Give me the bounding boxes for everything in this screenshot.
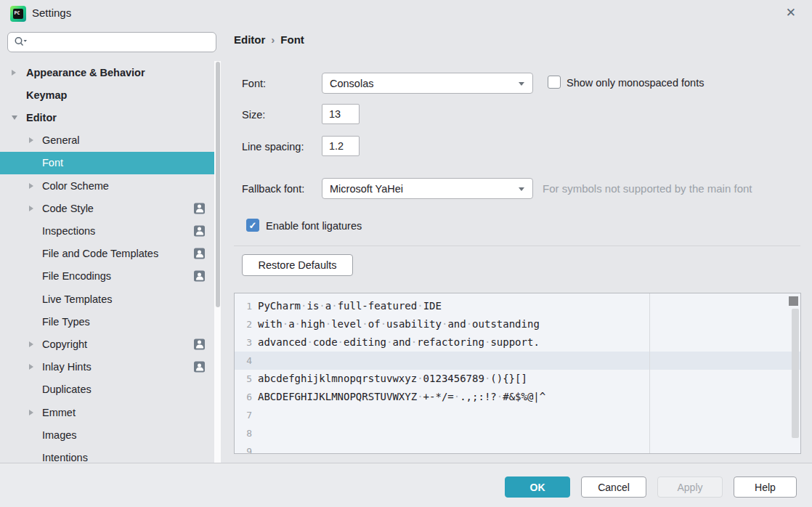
size-label: Size:: [242, 109, 265, 121]
sidebar-item-copyright[interactable]: Copyright: [0, 333, 214, 355]
chevron-down-icon[interactable]: [12, 115, 17, 120]
fallback-font-label: Fallback font:: [242, 183, 304, 195]
sidebar-item-label: Keymap: [26, 89, 67, 101]
sidebar-item-label: File Types: [42, 316, 90, 328]
font-family-value: Consolas: [330, 78, 373, 89]
cancel-button[interactable]: Cancel: [581, 476, 646, 498]
fallback-font-select[interactable]: Microsoft YaHei: [322, 178, 533, 199]
sidebar-item-label: Color Scheme: [42, 180, 109, 192]
pycharm-logo-text: PC: [13, 9, 23, 19]
breadcrumb-separator: ›: [265, 33, 280, 46]
chevron-right-icon[interactable]: [29, 341, 33, 347]
preview-line: 5abcdefghijklmnopqrstuvwxyz·0123456789·(…: [235, 370, 800, 388]
sidebar-item-file-encodings[interactable]: File Encodings: [0, 265, 214, 288]
sidebar-item-label: Editor: [26, 112, 57, 123]
person-badge-icon: [194, 225, 205, 236]
preview-line: 1PyCharm·is·a·full-featured·IDE: [235, 297, 800, 315]
preview-line-text: abcdefghijklmnopqrstuvwxyz·0123456789·()…: [258, 370, 527, 388]
sidebar-item-keymap[interactable]: Keymap: [0, 84, 214, 106]
sidebar-item-general[interactable]: General: [0, 129, 214, 152]
font-size-input[interactable]: [322, 104, 360, 124]
sidebar-item-live-templates[interactable]: Live Templates: [0, 288, 214, 310]
person-badge-icon: [194, 248, 205, 259]
sidebar-item-label: Appearance & Behavior: [26, 67, 145, 78]
font-family-select[interactable]: Consolas: [322, 73, 533, 94]
person-badge-icon: [194, 271, 205, 282]
chevron-right-icon[interactable]: [29, 410, 33, 415]
sidebar-item-font[interactable]: Font: [0, 152, 214, 174]
breadcrumb-font: Font: [280, 33, 304, 46]
sidebar-item-label: General: [42, 134, 80, 146]
sidebar-item-color-scheme[interactable]: Color Scheme: [0, 174, 214, 197]
sidebar-item-code-style[interactable]: Code Style: [0, 197, 214, 219]
sidebar-item-label: Copyright: [42, 338, 87, 350]
dialog-footer: OK Cancel Apply Help: [0, 463, 812, 507]
apply-button[interactable]: Apply: [657, 476, 723, 498]
line-number: 2: [235, 315, 252, 333]
person-badge-icon: [194, 362, 205, 373]
line-spacing-input[interactable]: [322, 136, 360, 156]
monospaced-checkbox-label[interactable]: Show only monospaced fonts: [567, 77, 704, 89]
preview-line: 4: [235, 352, 800, 370]
sidebar-scrollbar-thumb[interactable]: [216, 62, 220, 307]
ligatures-checkbox-label[interactable]: Enable font ligatures: [266, 220, 362, 232]
preview-line-text: advanced·code·editing·and·refactoring·su…: [258, 333, 540, 352]
person-badge-icon: [194, 203, 205, 214]
sidebar-item-label: File Encodings: [42, 270, 111, 282]
monospaced-checkbox[interactable]: [548, 76, 561, 89]
search-input[interactable]: [7, 32, 216, 52]
window-title: Settings: [32, 7, 71, 19]
chevron-right-icon[interactable]: [29, 364, 33, 370]
preview-line-text: PyCharm·is·a·full-featured·IDE: [258, 297, 442, 315]
sidebar-item-editor[interactable]: Editor: [0, 106, 214, 129]
sidebar-scrollbar[interactable]: [214, 61, 221, 463]
ligatures-checkbox[interactable]: ✓: [246, 219, 259, 232]
sidebar-item-label: Intentions: [42, 452, 88, 463]
sidebar-item-label: Emmet: [42, 407, 76, 418]
preview-line-text: with·a·high·level·of·usability·and·outst…: [258, 315, 540, 333]
ok-button[interactable]: OK: [505, 476, 570, 498]
sidebar-item-images[interactable]: Images: [0, 423, 214, 446]
line-number: 5: [235, 370, 252, 388]
restore-defaults-button[interactable]: Restore Defaults: [242, 254, 353, 276]
chevron-right-icon[interactable]: [29, 183, 33, 189]
line-number: 9: [235, 442, 252, 454]
breadcrumb-editor[interactable]: Editor: [234, 33, 265, 46]
sidebar-item-label: Images: [42, 429, 77, 441]
font-preview-editor[interactable]: 1PyCharm·is·a·full-featured·IDE2with·a·h…: [234, 293, 801, 454]
sidebar-item-inlay-hints[interactable]: Inlay Hints: [0, 356, 214, 378]
preview-line: 6ABCDEFGHIJKLMNOPQRSTUVWXYZ·+-*/=·.,;:!?…: [235, 388, 800, 406]
sidebar-item-label: File and Code Templates: [42, 248, 158, 259]
line-number: 3: [235, 333, 252, 352]
section-divider: [234, 246, 800, 246]
chevron-down-icon: [519, 187, 524, 191]
sidebar-item-emmet[interactable]: Emmet: [0, 401, 214, 423]
line-number: 1: [235, 297, 252, 315]
chevron-right-icon[interactable]: [12, 70, 16, 76]
preview-line: 3advanced·code·editing·and·refactoring·s…: [235, 333, 800, 352]
line-number: 7: [235, 406, 252, 424]
sidebar-item-file-and-code-templates[interactable]: File and Code Templates: [0, 243, 214, 265]
sidebar-item-file-types[interactable]: File Types: [0, 310, 214, 333]
sidebar-item-label: Font: [42, 157, 63, 169]
chevron-down-icon: [519, 82, 524, 86]
settings-sidebar: Appearance & BehaviorKeymapEditorGeneral…: [0, 26, 221, 463]
breadcrumb: Editor›Font: [234, 33, 304, 46]
sidebar-item-appearance-behavior[interactable]: Appearance & Behavior: [0, 61, 214, 84]
chevron-right-icon[interactable]: [29, 206, 33, 211]
sidebar-item-duplicates[interactable]: Duplicates: [0, 378, 214, 401]
preview-line-text: ABCDEFGHIJKLMNOPQRSTUVWXYZ·+-*/=·.,;:!?·…: [258, 388, 545, 406]
font-label: Font:: [242, 78, 266, 89]
close-icon[interactable]: ✕: [786, 5, 796, 21]
preview-line: 7: [235, 406, 800, 424]
help-button[interactable]: Help: [734, 476, 797, 498]
sidebar-item-label: Duplicates: [42, 384, 92, 395]
sidebar-item-inspections[interactable]: Inspections: [0, 219, 214, 242]
sidebar-item-label: Inspections: [42, 225, 95, 237]
sidebar-item-label: Live Templates: [42, 293, 112, 305]
fallback-font-value: Microsoft YaHei: [330, 183, 403, 195]
chevron-right-icon[interactable]: [29, 137, 33, 143]
search-icon[interactable]: [14, 36, 30, 48]
title-bar: PC Settings ✕: [0, 0, 812, 26]
sidebar-item-label: Inlay Hints: [42, 361, 92, 373]
